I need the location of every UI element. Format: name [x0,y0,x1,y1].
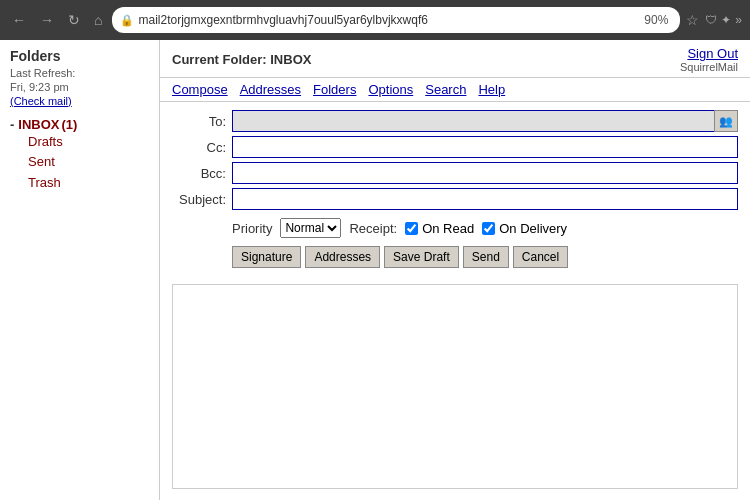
addresses-link[interactable]: Addresses [240,82,301,97]
save-draft-button[interactable]: Save Draft [384,246,459,268]
drafts-label: Drafts [28,134,63,149]
priority-select[interactable]: Normal [280,218,341,238]
address-bar[interactable]: 🔒 mail2torjgmxgexntbrmhvgluavhj7ouul5yar… [112,7,680,33]
to-input-wrapper: 👥 [232,110,738,132]
shield-icon: 🛡 [705,13,717,27]
on-read-label: On Read [422,221,474,236]
refresh-button[interactable]: ↻ [64,10,84,30]
browser-chrome: ← → ↻ ⌂ 🔒 mail2torjgmxgexntbrmhvgluavhj7… [0,0,750,40]
back-button[interactable]: ← [8,10,30,30]
inbox-label: INBOX [18,117,59,132]
message-body-area[interactable] [172,284,738,489]
browser-body: Folders Last Refresh: Fri, 9:23 pm (Chec… [0,40,750,500]
priority-receipt-row: Priority Normal Receipt: On Read On Deli… [232,214,738,242]
priority-label: Priority [232,221,272,236]
sidebar-title: Folders [10,48,149,64]
sidebar-item-trash[interactable]: Trash [10,173,149,194]
sign-out-link[interactable]: Sign Out [680,46,738,61]
sign-out-area: Sign Out SquirrelMail [680,46,738,73]
forward-button[interactable]: → [36,10,58,30]
folder-inbox[interactable]: - INBOX (1) [10,117,149,132]
addresses-button[interactable]: Addresses [305,246,380,268]
extension-icons: 🛡 ✦ » [705,13,742,27]
search-link[interactable]: Search [425,82,466,97]
folder-name: INBOX [270,52,311,67]
cc-label: Cc: [172,140,232,155]
brand-label: SquirrelMail [680,61,738,73]
inbox-count: (1) [62,117,78,132]
lock-icon: 🔒 [120,14,134,27]
to-label: To: [172,114,232,129]
sidebar-item-drafts[interactable]: Drafts [10,132,149,153]
on-delivery-checkbox[interactable] [482,222,495,235]
folder-list: - INBOX (1) Drafts Sent Trash [10,117,149,194]
current-folder-label: Current Folder: [172,52,267,67]
to-contacts-button[interactable]: 👥 [714,110,738,132]
signature-button[interactable]: Signature [232,246,301,268]
more-icon[interactable]: » [735,13,742,27]
send-button[interactable]: Send [463,246,509,268]
on-delivery-label: On Delivery [499,221,567,236]
on-read-checkbox[interactable] [405,222,418,235]
on-read-group: On Read [405,221,474,236]
cc-row: Cc: [172,136,738,158]
zoom-level: 90% [640,13,672,27]
folders-link[interactable]: Folders [313,82,356,97]
sidebar-item-sent[interactable]: Sent [10,152,149,173]
cancel-button[interactable]: Cancel [513,246,568,268]
trash-label: Trash [28,175,61,190]
main-panel: Current Folder: INBOX Sign Out SquirrelM… [160,40,750,500]
puzzle-icon: ✦ [721,13,731,27]
to-input[interactable] [232,110,738,132]
last-refresh-time: Fri, 9:23 pm [10,81,69,93]
current-folder: Current Folder: INBOX [172,52,311,67]
bookmark-icon[interactable]: ☆ [686,12,699,28]
main-inner: Current Folder: INBOX Sign Out SquirrelM… [160,40,750,489]
options-link[interactable]: Options [368,82,413,97]
bcc-input[interactable] [232,162,738,184]
message-body-textarea[interactable] [173,285,737,485]
header-bar: Current Folder: INBOX Sign Out SquirrelM… [160,40,750,78]
nav-links: Compose Addresses Folders Options Search… [160,78,750,102]
action-buttons: Signature Addresses Save Draft Send Canc… [232,246,738,268]
cc-input[interactable] [232,136,738,158]
home-button[interactable]: ⌂ [90,10,106,30]
check-mail-link[interactable]: (Check mail) [10,95,149,107]
to-row: To: 👥 [172,110,738,132]
subject-input[interactable] [232,188,738,210]
last-refresh: Last Refresh: Fri, 9:23 pm [10,66,149,95]
sidebar: Folders Last Refresh: Fri, 9:23 pm (Chec… [0,40,160,500]
bcc-row: Bcc: [172,162,738,184]
subject-label: Subject: [172,192,232,207]
bcc-label: Bcc: [172,166,232,181]
compose-link[interactable]: Compose [172,82,228,97]
inbox-dash: - [10,117,14,132]
last-refresh-label: Last Refresh: [10,67,75,79]
receipt-label: Receipt: [349,221,397,236]
help-link[interactable]: Help [478,82,505,97]
compose-form: To: 👥 Cc: Bcc: S [160,102,750,276]
sent-label: Sent [28,154,55,169]
on-delivery-group: On Delivery [482,221,567,236]
url-text: mail2torjgmxgexntbrmhvgluavhj7ouul5yar6y… [138,13,636,27]
subject-row: Subject: [172,188,738,210]
